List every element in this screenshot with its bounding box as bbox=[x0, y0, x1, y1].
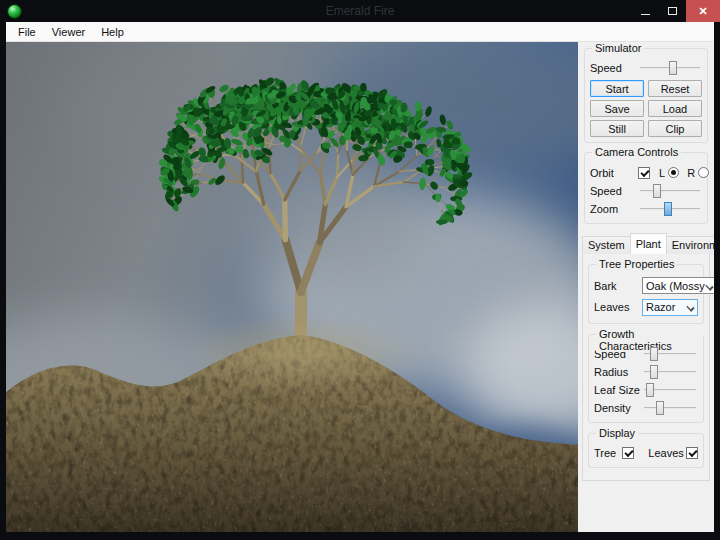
camera-group-title: Camera Controls bbox=[592, 146, 681, 158]
orbit-label: Orbit bbox=[590, 167, 638, 179]
slider-track bbox=[640, 190, 700, 192]
leaves-dropdown[interactable]: Razor bbox=[642, 299, 698, 316]
tab-plant[interactable]: Plant bbox=[630, 233, 667, 254]
orbit-right-radio[interactable] bbox=[698, 167, 709, 178]
leaves-value: Razor bbox=[646, 301, 686, 313]
3d-viewport[interactable] bbox=[6, 42, 578, 532]
camera-controls-group: Camera Controls Orbit L R Speed bbox=[584, 152, 708, 224]
reset-button[interactable]: Reset bbox=[648, 80, 702, 97]
sim-speed-slider[interactable] bbox=[638, 59, 702, 77]
orbit-left-label: L bbox=[659, 167, 665, 179]
display-group: Display Tree Leaves bbox=[588, 433, 704, 468]
orbit-checkbox[interactable] bbox=[638, 167, 650, 179]
simulator-group: Simulator Speed Start Reset Save Load St… bbox=[584, 48, 708, 143]
tree-properties-group: Tree Properties Bark Oak (Mossy Leaves R… bbox=[588, 264, 704, 324]
start-button[interactable]: Start bbox=[590, 80, 644, 97]
plant-tab-page: Tree Properties Bark Oak (Mossy Leaves R… bbox=[582, 253, 710, 481]
maximize-icon bbox=[668, 7, 677, 15]
camera-zoom-label: Zoom bbox=[590, 203, 638, 215]
orbit-left-radio[interactable] bbox=[668, 167, 679, 178]
chevron-down-icon bbox=[686, 303, 694, 311]
growth-density-slider[interactable] bbox=[642, 399, 698, 417]
tree-properties-title: Tree Properties bbox=[596, 258, 677, 270]
load-button[interactable]: Load bbox=[648, 100, 702, 117]
growth-density-label: Density bbox=[594, 402, 642, 414]
growth-leafsize-label: Leaf Size bbox=[594, 384, 642, 396]
display-leaves-label: Leaves bbox=[648, 447, 686, 459]
sim-speed-label: Speed bbox=[590, 62, 638, 74]
slider-thumb[interactable] bbox=[656, 401, 664, 415]
slider-thumb[interactable] bbox=[650, 365, 658, 379]
growth-leafsize-slider[interactable] bbox=[642, 381, 698, 399]
control-panel: Simulator Speed Start Reset Save Load St… bbox=[578, 42, 714, 532]
maximize-button[interactable] bbox=[659, 0, 686, 22]
emerald-sphere-icon bbox=[8, 5, 21, 18]
camera-speed-slider[interactable] bbox=[638, 182, 702, 200]
clip-button[interactable]: Clip bbox=[648, 120, 702, 137]
tab-system[interactable]: System bbox=[582, 236, 631, 254]
bark-dropdown[interactable]: Oak (Mossy bbox=[642, 277, 714, 294]
growth-speed-slider[interactable] bbox=[642, 345, 698, 363]
growth-radius-label: Radius bbox=[594, 366, 642, 378]
close-button[interactable]: ✕ bbox=[686, 0, 720, 22]
simulator-group-title: Simulator bbox=[592, 42, 644, 54]
display-tree-label: Tree bbox=[594, 447, 622, 459]
app-window: Emerald Fire ✕ File Viewer Help bbox=[0, 0, 720, 540]
menu-file[interactable]: File bbox=[10, 24, 44, 40]
camera-speed-label: Speed bbox=[590, 185, 638, 197]
slider-thumb[interactable] bbox=[646, 383, 654, 397]
display-tree-checkbox[interactable] bbox=[622, 447, 634, 459]
settings-tabs: System Plant Environment bbox=[582, 233, 710, 254]
display-title: Display bbox=[596, 427, 638, 439]
bark-value: Oak (Mossy bbox=[646, 280, 705, 292]
slider-thumb[interactable] bbox=[669, 61, 677, 75]
orbit-right-label: R bbox=[687, 167, 695, 179]
bark-label: Bark bbox=[594, 280, 642, 292]
slider-track bbox=[644, 407, 696, 409]
still-button[interactable]: Still bbox=[590, 120, 644, 137]
growth-radius-slider[interactable] bbox=[642, 363, 698, 381]
leaves-label: Leaves bbox=[594, 301, 642, 313]
minimize-icon bbox=[641, 14, 650, 15]
scene-render bbox=[6, 42, 578, 532]
camera-zoom-slider[interactable] bbox=[638, 200, 702, 218]
slider-thumb[interactable] bbox=[650, 347, 658, 361]
tab-environment[interactable]: Environment bbox=[666, 236, 714, 254]
growth-characteristics-group: Growth Characteristics Speed Radius bbox=[588, 334, 704, 423]
slider-thumb[interactable] bbox=[653, 184, 661, 198]
display-leaves-checkbox[interactable] bbox=[686, 447, 698, 459]
menubar: File Viewer Help bbox=[6, 22, 714, 42]
chevron-down-icon bbox=[705, 282, 713, 290]
window-title: Emerald Fire bbox=[0, 4, 720, 18]
save-button[interactable]: Save bbox=[590, 100, 644, 117]
titlebar: Emerald Fire ✕ bbox=[0, 0, 720, 22]
menu-viewer[interactable]: Viewer bbox=[44, 24, 93, 40]
menu-help[interactable]: Help bbox=[93, 24, 132, 40]
minimize-button[interactable] bbox=[632, 0, 659, 22]
slider-thumb[interactable] bbox=[664, 202, 672, 216]
